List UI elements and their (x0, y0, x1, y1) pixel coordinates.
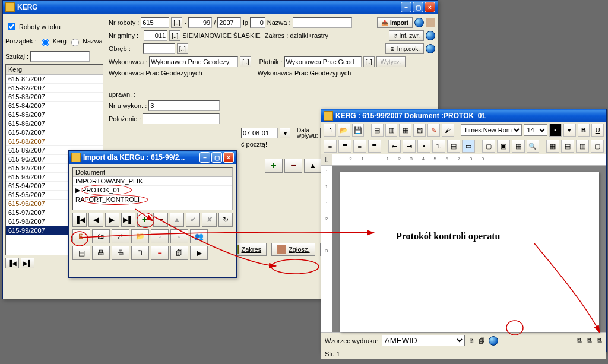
list-item[interactable]: 615-81/2007 (6, 75, 103, 84)
underline-button[interactable]: U (591, 124, 604, 137)
wzorzec-select[interactable]: AMEWID (382, 335, 465, 346)
nav-up[interactable]: ▲ (304, 159, 322, 173)
platnik-input[interactable] (284, 56, 362, 67)
nr-gminy-input[interactable] (144, 30, 167, 41)
indent-inc-icon[interactable]: ⇥ (403, 140, 416, 153)
save-icon[interactable]: 💾 (352, 124, 365, 137)
import-prev[interactable]: ◀ (88, 213, 103, 227)
import-ico-sheet[interactable]: ▤ (72, 246, 90, 260)
new-icon[interactable]: 🗋 (324, 124, 336, 137)
import-first[interactable]: ▐◀ (72, 213, 87, 227)
obreb-input[interactable] (143, 43, 175, 54)
nr-gminy-lookup[interactable]: [..] (169, 30, 180, 41)
open-icon[interactable]: 📂 (338, 124, 350, 137)
import-del[interactable]: − (153, 213, 167, 227)
view-2-icon[interactable]: ▥ (385, 124, 398, 137)
import-ico-exp[interactable]: 🗂 (92, 229, 110, 243)
people-icon[interactable] (426, 18, 435, 27)
col-icon[interactable]: ▥ (576, 140, 589, 153)
align-right-icon[interactable]: ≡ (353, 140, 366, 153)
import-add[interactable]: + (137, 213, 151, 227)
import-list-item[interactable]: RAPORT_KONTROLI (73, 195, 232, 204)
import-refresh[interactable]: ↻ (218, 213, 233, 227)
indent-dec-icon[interactable]: ⇤ (388, 140, 401, 153)
view-4-icon[interactable]: ▧ (413, 124, 426, 137)
nr-roboty-lookup[interactable]: [..] (171, 17, 182, 28)
import-ico-print[interactable]: 🖶 (92, 246, 110, 260)
import-ico-swap[interactable]: ⇄ (112, 229, 129, 243)
list-num-icon[interactable]: 1. (432, 140, 445, 153)
import-edit[interactable]: ▲ (170, 213, 184, 227)
list-outline-icon[interactable]: ▤ (447, 140, 460, 153)
align-left-icon[interactable]: ≡ (324, 140, 337, 153)
date-input[interactable] (241, 128, 278, 138)
wykonawca-input[interactable] (149, 56, 238, 67)
import-ico-d1[interactable]: ▫ (151, 229, 169, 243)
nav-minus[interactable]: − (284, 159, 302, 173)
view-3-icon[interactable]: ▦ (399, 124, 411, 137)
align-justify-icon[interactable]: ≣ (368, 140, 381, 153)
color-dropdown[interactable]: ▾ (563, 124, 576, 137)
obreb-lookup[interactable]: [..] (177, 43, 188, 54)
print-2-icon[interactable]: 🖶 (586, 337, 593, 344)
import-ico-d2[interactable]: ▫ (170, 229, 188, 243)
globe-icon-2[interactable] (426, 31, 435, 40)
list-nav-first[interactable]: ▐◀ (5, 258, 19, 268)
color-picker[interactable]: ▪ (549, 124, 562, 137)
import-maximize-button[interactable]: ▢ (211, 152, 222, 163)
import-ico-scan[interactable]: 🖶 (112, 246, 129, 260)
import-next[interactable]: ▶ (105, 213, 119, 227)
import-titlebar[interactable]: Import dla KERGu : 615-99/2... – ▢ × (69, 151, 236, 164)
globe-icon-3[interactable] (426, 44, 435, 53)
list-bullet-icon[interactable]: • (417, 140, 430, 153)
import-minimize-button[interactable]: – (200, 152, 210, 163)
import-ico-minus[interactable]: − (151, 246, 169, 260)
list-item[interactable]: 615-85/2007 (6, 110, 103, 119)
import-close-button[interactable]: × (223, 152, 234, 163)
list-item[interactable]: 615-84/2007 (6, 102, 103, 110)
wykonawca-lookup[interactable]: [..] (240, 56, 251, 67)
inf-zwr-button[interactable]: ↺Inf. zwr. (389, 30, 424, 41)
grid-icon[interactable]: ▦ (512, 140, 525, 153)
radio-nazwa[interactable] (71, 39, 79, 46)
import-ico-ppl[interactable]: 👥 (190, 229, 208, 243)
editor-titlebar[interactable]: KERG : 615-99/2007 Dokument :PROTOK_01 (321, 109, 606, 122)
kerg-titlebar[interactable]: KERG – ▢ × (3, 1, 438, 14)
lp-input[interactable] (250, 17, 265, 28)
import-list-item[interactable]: IMPORTOWANY_PLIK (73, 177, 232, 186)
nr-u-wykon-input[interactable] (148, 100, 220, 111)
wytycz-button[interactable]: Wytycz. (376, 56, 406, 67)
editor-page[interactable]: Protokół kontroli operatu (340, 172, 599, 332)
close-button[interactable]: × (425, 2, 435, 12)
nr-roboty-year[interactable] (217, 17, 241, 28)
search-input[interactable] (30, 51, 90, 62)
nr-roboty-seq[interactable] (188, 17, 212, 28)
cell-icon[interactable]: ▢ (591, 140, 604, 153)
zglosz-button[interactable]: Zgłosz. (271, 243, 315, 256)
roboty-w-toku-checkbox[interactable] (8, 23, 15, 30)
import-ico-note[interactable]: 🗒 (131, 246, 149, 260)
bold-button[interactable]: B (578, 124, 590, 137)
fill-icon[interactable]: ▣ (497, 140, 510, 153)
font-select[interactable]: Times New Rom (461, 124, 522, 136)
list-item[interactable]: 615-88/2007 (6, 137, 103, 146)
paint-icon[interactable]: ✎ (428, 124, 440, 137)
import-cancel[interactable]: ✘ (202, 213, 216, 227)
table-icon[interactable]: ▦ (546, 140, 559, 153)
globe-icon-editor[interactable] (489, 336, 498, 346)
maximize-button[interactable]: ▢ (413, 2, 423, 12)
list-nav-last[interactable]: ▶▌ (21, 258, 34, 268)
size-select[interactable]: 14 (524, 124, 547, 136)
import-list[interactable]: Dokument IMPORTOWANY_PLIK▶ PROTOK_01 RAP… (72, 167, 233, 210)
import-ok[interactable]: ✔ (186, 213, 200, 227)
imp-dok-button[interactable]: 🗎Imp.dok. (385, 43, 424, 54)
nav-plus[interactable]: + (265, 159, 283, 173)
brush-icon[interactable]: 🖌 (442, 124, 454, 137)
border-icon[interactable]: ▢ (482, 140, 495, 153)
print-3-icon[interactable]: 🖶 (596, 337, 603, 344)
view-1-icon[interactable]: ▤ (371, 124, 384, 137)
doc-icon[interactable]: 🗎 (468, 337, 475, 344)
import-ico-right[interactable]: ▶ (190, 246, 208, 260)
date-picker[interactable]: ▾ (280, 128, 290, 138)
import-last[interactable]: ▶▌ (121, 213, 135, 227)
